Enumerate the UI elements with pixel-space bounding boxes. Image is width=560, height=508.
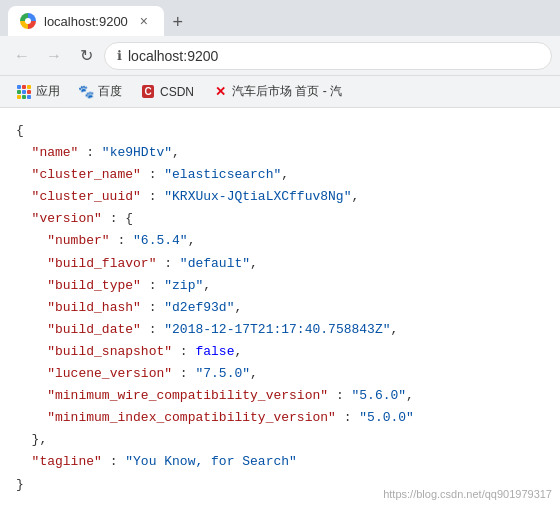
reload-button[interactable]: ↻ (72, 42, 100, 70)
url-bar[interactable]: ℹ localhost:9200 (104, 42, 552, 70)
qiche-bookmark-icon: ✕ (212, 84, 228, 100)
active-tab[interactable]: localhost:9200 × (8, 6, 164, 36)
watermark: https://blog.csdn.net/qq901979317 (383, 488, 552, 500)
bookmark-csdn-label: CSDN (160, 85, 194, 99)
chrome-icon (20, 13, 36, 29)
bookmark-baidu[interactable]: 🐾 百度 (70, 79, 130, 104)
bookmark-qiche-label: 汽车后市场 首页 - 汽 (232, 83, 342, 100)
info-icon: ℹ (117, 48, 122, 63)
tab-label: localhost:9200 (44, 14, 128, 29)
address-bar: ← → ↻ ℹ localhost:9200 (0, 36, 560, 76)
bookmarks-bar: 应用 🐾 百度 C CSDN ✕ 汽车后市场 首页 - 汽 (0, 76, 560, 108)
tab-area: localhost:9200 × + (8, 0, 552, 36)
tab-favicon (20, 13, 36, 29)
tab-close-button[interactable]: × (136, 13, 152, 29)
url-text: localhost:9200 (128, 48, 218, 64)
bookmark-apps-label: 应用 (36, 83, 60, 100)
new-tab-button[interactable]: + (164, 8, 192, 36)
csdn-bookmark-icon: C (140, 84, 156, 100)
title-bar: localhost:9200 × + (0, 0, 560, 36)
bookmark-csdn[interactable]: C CSDN (132, 80, 202, 104)
back-button[interactable]: ← (8, 42, 36, 70)
forward-button[interactable]: → (40, 42, 68, 70)
content-area: { "name" : "ke9HDtv", "cluster_name" : "… (0, 108, 560, 508)
bookmark-qiche[interactable]: ✕ 汽车后市场 首页 - 汽 (204, 79, 350, 104)
baidu-bookmark-icon: 🐾 (78, 84, 94, 100)
apps-bookmark-icon (16, 84, 32, 100)
bookmark-apps[interactable]: 应用 (8, 79, 68, 104)
bookmark-baidu-label: 百度 (98, 83, 122, 100)
